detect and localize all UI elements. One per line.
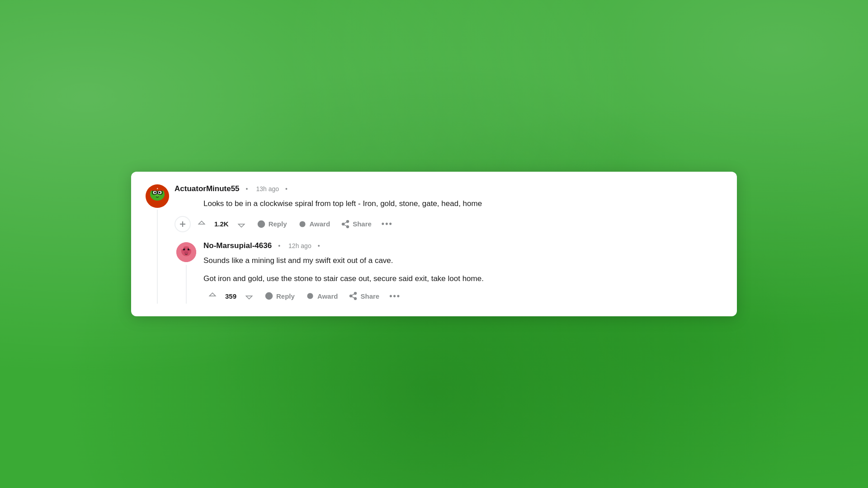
- top-comment-action-bar: 1.2K Reply: [175, 216, 722, 232]
- svg-point-33: [354, 292, 357, 295]
- reply-award-icon: [306, 291, 315, 300]
- svg-line-36: [352, 296, 355, 298]
- reply-share-button[interactable]: Share: [344, 289, 384, 303]
- top-comment-timestamp: 13h ago: [256, 185, 279, 192]
- svg-point-19: [347, 225, 349, 228]
- reply-vote-count: 359: [223, 292, 238, 300]
- top-comment-username: ActuatorMinute55: [175, 184, 240, 193]
- share-icon: [341, 220, 350, 229]
- reply-button[interactable]: Reply: [252, 217, 292, 231]
- top-comment-left-col: ★: [146, 184, 169, 303]
- reply-thread-line: [186, 265, 187, 304]
- top-comment-right-col: ActuatorMinute55 • 13h ago • Looks to be…: [169, 184, 722, 303]
- top-comment-dot2: •: [285, 185, 288, 192]
- more-label: •••: [382, 219, 393, 229]
- reply-avatar: [176, 242, 196, 262]
- reply-text-line1: Sounds like a mining list and my swift e…: [203, 255, 722, 267]
- collapse-button[interactable]: [175, 216, 191, 232]
- reply-avatar-image: [176, 242, 196, 262]
- svg-point-4: [154, 192, 156, 193]
- svg-line-37: [352, 294, 355, 296]
- award-label: Award: [310, 220, 330, 228]
- reply-dot: •: [278, 242, 280, 249]
- reply-timestamp: 12h ago: [288, 242, 311, 249]
- reply-left-col: [175, 241, 198, 304]
- svg-point-5: [159, 192, 160, 193]
- downvote-icon: [237, 220, 246, 229]
- svg-line-21: [344, 222, 347, 223]
- reply-share-icon: [349, 291, 358, 300]
- reply-share-label: Share: [360, 292, 379, 300]
- top-comment-dot: •: [246, 185, 248, 192]
- reply-dot2: •: [318, 242, 320, 249]
- reply-more-label: •••: [389, 291, 401, 301]
- avatar-image: ★: [146, 184, 169, 208]
- reply-downvote-icon: [245, 291, 254, 300]
- share-label: Share: [353, 220, 372, 228]
- avatar: ★: [146, 184, 169, 208]
- top-comment: ★ ActuatorMinute55 • 13h ago • Looks to …: [146, 184, 722, 303]
- reply-reply-button[interactable]: Reply: [260, 289, 299, 303]
- reply-upvote-icon: [208, 291, 217, 300]
- award-icon: [298, 220, 307, 229]
- reply-right-col: No-Marsupial-4636 • 12h ago • Sounds lik…: [198, 241, 722, 304]
- reply-label: Reply: [269, 220, 287, 228]
- top-comment-text: Looks to be in a clockwise spiral from t…: [203, 198, 722, 210]
- reply-award-label: Award: [317, 292, 338, 300]
- reply-action-bar: 359 Repl: [203, 289, 722, 304]
- svg-point-9: [155, 194, 160, 197]
- reply-award-button[interactable]: Award: [301, 289, 343, 303]
- upvote-icon: [197, 220, 206, 229]
- svg-point-18: [342, 223, 344, 225]
- reply-comment: No-Marsupial-4636 • 12h ago • Sounds lik…: [175, 241, 722, 304]
- svg-point-28: [184, 251, 189, 254]
- top-comment-vote-count: 1.2K: [212, 220, 231, 228]
- svg-point-35: [354, 297, 357, 300]
- upvote-button[interactable]: [193, 217, 211, 231]
- more-button[interactable]: •••: [378, 216, 396, 231]
- reply-icon: [257, 220, 266, 229]
- reply-downvote-button[interactable]: [240, 289, 258, 303]
- reply-upvote-button[interactable]: [203, 289, 222, 303]
- reply-more-button[interactable]: •••: [386, 289, 404, 304]
- reply-reply-icon: [264, 291, 274, 300]
- svg-line-20: [344, 225, 347, 226]
- reply-comment-header: No-Marsupial-4636 • 12h ago •: [203, 241, 722, 250]
- reply-comment-text: Sounds like a mining list and my swift e…: [203, 255, 722, 285]
- share-button[interactable]: Share: [336, 217, 376, 231]
- reply-username: No-Marsupial-4636: [203, 241, 272, 250]
- svg-point-17: [347, 221, 349, 223]
- thread-line: [157, 210, 158, 303]
- top-comment-header: ActuatorMinute55 • 13h ago •: [175, 184, 722, 193]
- reply-reply-label: Reply: [276, 292, 295, 300]
- award-button[interactable]: Award: [293, 217, 335, 231]
- downvote-button[interactable]: [232, 217, 250, 231]
- reply-text-line2: Got iron and gold, use the stone to stai…: [203, 273, 722, 285]
- svg-point-34: [350, 295, 352, 297]
- comment-card: ★ ActuatorMinute55 • 13h ago • Looks to …: [131, 172, 737, 316]
